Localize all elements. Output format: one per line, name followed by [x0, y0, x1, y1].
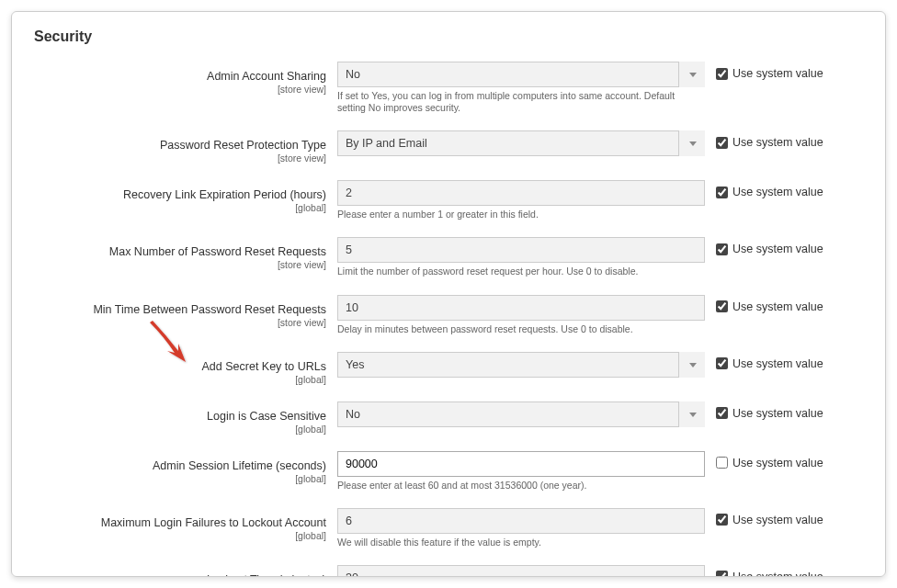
add-secret-key-label: Add Secret Key to URLs [202, 360, 326, 373]
add-secret-key-select[interactable] [337, 352, 705, 378]
max-password-reset-label: Max Number of Password Reset Requests [109, 245, 326, 258]
recovery-link-expiration-input[interactable] [337, 180, 705, 206]
min-time-between-reset-input[interactable] [337, 295, 705, 321]
admin-session-lifetime-scope: [global] [34, 473, 326, 484]
admin-account-sharing-help: If set to Yes, you can log in from multi… [337, 90, 705, 114]
admin-account-sharing-label: Admin Account Sharing [207, 70, 326, 83]
use-system-label: Use system value [732, 357, 823, 370]
max-password-reset-use-system-checkbox[interactable] [716, 243, 728, 255]
field-row-password-reset-protection: Password Reset Protection Type[store vie… [34, 130, 863, 164]
section-title: Security [34, 28, 863, 45]
password-reset-protection-label: Password Reset Protection Type [160, 139, 326, 152]
admin-account-sharing-use-system-checkbox[interactable] [716, 68, 728, 80]
recovery-link-expiration-help: Please enter a number 1 or greater in th… [337, 209, 705, 220]
password-reset-protection-use-system-checkbox[interactable] [716, 137, 728, 149]
login-case-sensitive-use-system-checkbox[interactable] [716, 407, 728, 419]
use-system-label: Use system value [732, 300, 823, 313]
field-row-login-case-sensitive: Login is Case Sensitive[global]Use syste… [34, 401, 863, 435]
use-system-label: Use system value [732, 243, 823, 255]
max-login-failures-label: Maximum Login Failures to Lockout Accoun… [101, 516, 326, 529]
field-row-max-password-reset: Max Number of Password Reset Requests[st… [34, 237, 863, 277]
min-time-between-reset-use-system-checkbox[interactable] [716, 300, 728, 312]
security-settings-panel: Security Admin Account Sharing[store vie… [11, 11, 886, 577]
password-reset-protection-scope: [store view] [34, 153, 326, 164]
lockout-time-use-system-checkbox[interactable] [716, 571, 728, 577]
login-case-sensitive-label: Login is Case Sensitive [207, 410, 326, 423]
use-system-label: Use system value [732, 457, 823, 469]
password-reset-protection-select[interactable] [337, 130, 705, 156]
recovery-link-expiration-scope: [global] [34, 202, 326, 213]
recovery-link-expiration-use-system-checkbox[interactable] [716, 187, 728, 198]
admin-account-sharing-scope: [store view] [34, 84, 326, 95]
max-login-failures-use-system-checkbox[interactable] [716, 514, 728, 526]
admin-session-lifetime-label: Admin Session Lifetime (seconds) [153, 459, 326, 472]
max-password-reset-input[interactable] [337, 237, 705, 263]
use-system-label: Use system value [732, 514, 823, 526]
use-system-label: Use system value [732, 136, 823, 149]
max-login-failures-input[interactable] [337, 508, 705, 534]
min-time-between-reset-help: Delay in minutes between password reset … [337, 323, 705, 335]
add-secret-key-use-system-checkbox[interactable] [716, 357, 728, 369]
use-system-label: Use system value [732, 571, 823, 577]
field-row-lockout-time: Lockout Time (minutes)[global]Use system… [34, 565, 863, 577]
field-row-add-secret-key: Add Secret Key to URLs[global]Use system… [34, 352, 863, 385]
lockout-time-label: Lockout Time (minutes) [207, 573, 326, 577]
field-row-admin-account-sharing: Admin Account Sharing[store view]If set … [34, 62, 863, 114]
min-time-between-reset-label: Min Time Between Password Reset Requests [93, 303, 326, 316]
field-row-max-login-failures: Maximum Login Failures to Lockout Accoun… [34, 508, 863, 548]
field-row-min-time-between-reset: Min Time Between Password Reset Requests… [34, 295, 863, 335]
admin-session-lifetime-use-system-checkbox[interactable] [716, 457, 728, 469]
min-time-between-reset-scope: [store view] [34, 317, 326, 328]
login-case-sensitive-select[interactable] [337, 401, 705, 427]
field-row-admin-session-lifetime: Admin Session Lifetime (seconds)[global]… [34, 451, 863, 492]
lockout-time-input[interactable] [337, 565, 705, 577]
add-secret-key-scope: [global] [34, 374, 326, 385]
max-login-failures-help: We will disable this feature if the valu… [337, 537, 705, 548]
admin-session-lifetime-help: Please enter at least 60 and at most 315… [337, 480, 705, 492]
max-password-reset-help: Limit the number of password reset reque… [337, 266, 705, 277]
admin-session-lifetime-input[interactable] [337, 451, 705, 477]
login-case-sensitive-scope: [global] [34, 424, 326, 435]
admin-account-sharing-select[interactable] [337, 62, 705, 87]
max-password-reset-scope: [store view] [34, 259, 326, 270]
max-login-failures-scope: [global] [34, 530, 326, 541]
recovery-link-expiration-label: Recovery Link Expiration Period (hours) [123, 188, 326, 201]
use-system-label: Use system value [732, 67, 823, 80]
use-system-label: Use system value [732, 407, 823, 420]
use-system-label: Use system value [732, 186, 823, 198]
field-row-recovery-link-expiration: Recovery Link Expiration Period (hours)[… [34, 180, 863, 220]
